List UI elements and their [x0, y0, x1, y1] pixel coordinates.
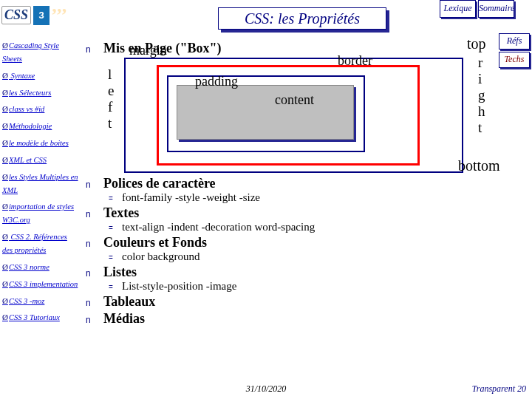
css-quotes: ’’’	[50, 4, 66, 27]
lexique-button[interactable]: Lexique	[440, 0, 476, 18]
sidebar-item-xml-css[interactable]: XML et CSS	[0, 151, 81, 168]
sub-bullet-icon: =	[109, 253, 122, 262]
section-listes-sub: List-style-position -image	[122, 280, 236, 293]
css-logo: CSS	[1, 6, 31, 24]
sidebar-item-css-intro[interactable]: Cascading Style Sheets	[0, 37, 81, 67]
section-polices-sub: font-family -style -weight -size	[122, 191, 260, 204]
sidebar-item-syntaxe[interactable]: Syntaxe	[0, 67, 81, 84]
sidebar-item-selecteurs[interactable]: les Sélecteurs	[0, 84, 81, 101]
bullet-icon: n	[83, 209, 103, 219]
bullet-icon: n	[83, 180, 103, 190]
label-bottom: bottom	[458, 157, 500, 174]
sidebar-item-css3-tuto[interactable]: CSS 3 Tutoriaux	[0, 309, 81, 326]
label-top: top	[467, 35, 486, 52]
footer-page-number: Transparent 20	[472, 383, 526, 395]
label-padding: padding	[195, 74, 238, 89]
footer: 31/10/2020 Transparent 20	[0, 383, 532, 397]
logo-area: CSS 3 ’’’	[0, 0, 83, 30]
bullet-icon: n	[83, 298, 103, 308]
sidebar-item-box-model[interactable]: le modèle de boites	[0, 134, 81, 151]
label-left: l e f t	[108, 66, 114, 132]
section-medias-title: Médias	[103, 311, 145, 327]
label-border: border	[338, 53, 372, 69]
sub-bullet-icon: =	[109, 283, 122, 291]
sidebar-item-import-w3c[interactable]: importation de styles W3C.org	[0, 198, 81, 228]
refs-button[interactable]: Réfs	[499, 33, 530, 50]
slide-body: n Mis en Page ("Box") top margin l e f t…	[83, 41, 491, 383]
label-margin: margin	[129, 43, 167, 58]
section-textes-sub: text-align -indent -decoration word-spac…	[122, 221, 315, 233]
section-couleurs-title: Couleurs et Fonds	[103, 235, 207, 250]
slide-title-text: CSS: les Propriétés	[245, 10, 360, 27]
footer-date: 31/10/2020	[246, 383, 287, 395]
css3-logo: 3	[33, 6, 50, 25]
section-polices-title: Polices de caractère	[103, 176, 216, 191]
slide-title: CSS: les Propriétés	[218, 7, 386, 30]
techs-button[interactable]: Techs	[499, 52, 530, 68]
bullet-icon: n	[83, 315, 103, 325]
sidebar-item-methodologie[interactable]: Méthodologie	[0, 117, 81, 134]
sidebar-item-css3-moz[interactable]: CSS 3 -moz	[0, 293, 81, 310]
section-couleurs-sub: color background	[122, 250, 200, 263]
bullet-icon: n	[83, 44, 103, 55]
sidebar-item-css3-impl[interactable]: CSS 3 implementation	[0, 276, 81, 293]
sidebar-nav: Cascading Style Sheets Syntaxe les Sélec…	[0, 37, 81, 383]
sommaire-button[interactable]: Sommaire	[478, 0, 514, 18]
section-textes-title: Textes	[103, 205, 139, 221]
bullet-icon: n	[83, 268, 103, 279]
section-tableaux-title: Tableaux	[103, 294, 155, 310]
section-listes-title: Listes	[103, 265, 137, 280]
sub-bullet-icon: =	[109, 224, 122, 232]
box-model-diagram: top margin l e f t r i g h t border padd…	[105, 58, 491, 174]
sidebar-item-css3-norme[interactable]: CSS 3 norme	[0, 259, 81, 276]
label-content: content	[275, 92, 451, 158]
sidebar-item-css2-refs[interactable]: CSS 2. Références des propriétés	[0, 228, 81, 259]
bullet-icon: n	[83, 239, 103, 249]
sidebar-item-styles-xml[interactable]: les Styles Multiples en XML	[0, 168, 81, 199]
sidebar-item-class-id[interactable]: class vs #id	[0, 100, 81, 117]
sub-bullet-icon: =	[109, 194, 122, 202]
label-right: r i g h t	[478, 55, 485, 136]
